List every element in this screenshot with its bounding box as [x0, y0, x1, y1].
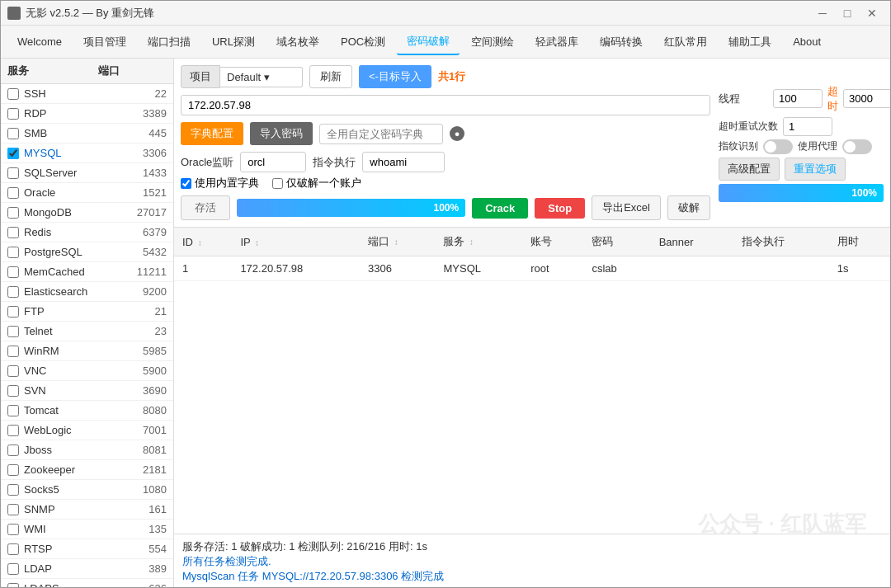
- save-button[interactable]: 存活: [181, 195, 230, 220]
- info-icon[interactable]: ●: [450, 126, 464, 141]
- service-checkbox-sqlserver[interactable]: [7, 167, 19, 179]
- crack-button[interactable]: Crack: [472, 198, 528, 219]
- service-checkbox-postgresql[interactable]: [7, 247, 19, 258]
- target-input[interactable]: [181, 95, 710, 115]
- timeout-input[interactable]: [843, 89, 890, 108]
- menu-item-空间测绘[interactable]: 空间测绘: [461, 30, 524, 54]
- col-header-用时[interactable]: 用时: [829, 228, 890, 256]
- menu-item-轻武器库[interactable]: 轻武器库: [526, 30, 588, 54]
- service-row[interactable]: PostgreSQL5432: [1, 242, 173, 262]
- service-row[interactable]: SMB445: [1, 124, 173, 143]
- menu-item-编码转换[interactable]: 编码转换: [590, 30, 653, 54]
- advanced-button[interactable]: 高级配置: [719, 158, 780, 181]
- menu-item-about[interactable]: About: [783, 31, 831, 53]
- maximize-button[interactable]: □: [836, 4, 859, 22]
- col-header-Banner[interactable]: Banner: [651, 228, 733, 256]
- service-checkbox-ldap[interactable]: [7, 563, 19, 575]
- service-checkbox-wmi[interactable]: [7, 524, 19, 535]
- service-row[interactable]: Tomcat8080: [1, 401, 173, 421]
- col-header-指令执行[interactable]: 指令执行: [733, 228, 829, 256]
- col-header-ID[interactable]: ID ↕: [174, 228, 232, 256]
- service-checkbox-memcached[interactable]: [7, 266, 19, 278]
- service-row[interactable]: Jboss8081: [1, 440, 173, 460]
- service-checkbox-winrm[interactable]: [7, 346, 19, 357]
- close-button[interactable]: ✕: [860, 4, 884, 22]
- service-checkbox-weblogic[interactable]: [7, 425, 19, 436]
- menu-item-域名枚举[interactable]: 域名枚举: [266, 30, 329, 54]
- dict-input[interactable]: [319, 124, 443, 144]
- menu-item-辅助工具[interactable]: 辅助工具: [719, 30, 781, 54]
- service-row[interactable]: Socks51080: [1, 480, 173, 500]
- service-row[interactable]: SNMP161: [1, 500, 173, 520]
- menu-item-项目管理[interactable]: 项目管理: [73, 30, 136, 54]
- service-row[interactable]: Elasticsearch9200: [1, 282, 173, 302]
- use-builtin-checkbox[interactable]: [181, 178, 191, 189]
- project-select[interactable]: Default ▾: [220, 67, 303, 87]
- service-checkbox-svn[interactable]: [7, 385, 19, 397]
- col-header-密码[interactable]: 密码: [583, 228, 650, 256]
- service-row[interactable]: SQLServer1433: [1, 163, 173, 183]
- import-pwd-button[interactable]: 导入密码: [250, 122, 313, 145]
- proxy-toggle[interactable]: [842, 139, 872, 154]
- fingerprint-toggle[interactable]: [763, 139, 793, 154]
- retries-input[interactable]: [783, 117, 832, 136]
- oracle-input[interactable]: [240, 152, 306, 172]
- service-checkbox-ldaps[interactable]: [7, 583, 19, 589]
- menu-item-welcome[interactable]: Welcome: [7, 31, 72, 53]
- stop-button[interactable]: Stop: [535, 198, 585, 219]
- service-row[interactable]: MemCached11211: [1, 262, 173, 282]
- service-checkbox-redis[interactable]: [7, 227, 19, 238]
- col-header-端口[interactable]: 端口 ↕: [360, 228, 435, 256]
- service-checkbox-mysql[interactable]: [7, 148, 19, 159]
- dict-config-button[interactable]: 字典配置: [181, 122, 243, 145]
- export-button[interactable]: 导出Excel: [592, 195, 661, 220]
- cracked-button[interactable]: 破解: [667, 195, 710, 220]
- service-checkbox-ssh[interactable]: [7, 88, 19, 100]
- menu-item-url探测[interactable]: URL探测: [202, 30, 265, 54]
- service-row[interactable]: LDAPS636: [1, 579, 173, 588]
- service-row[interactable]: FTP21: [1, 302, 173, 322]
- service-row[interactable]: SVN3690: [1, 381, 173, 401]
- service-row[interactable]: VNC5900: [1, 361, 173, 381]
- menu-item-红队常用[interactable]: 红队常用: [654, 30, 717, 54]
- service-row[interactable]: Telnet23: [1, 322, 173, 341]
- menu-item-poc检测[interactable]: POC检测: [331, 30, 395, 54]
- service-checkbox-socks5[interactable]: [7, 484, 19, 496]
- refresh-button[interactable]: 刷新: [309, 65, 352, 88]
- service-checkbox-ftp[interactable]: [7, 306, 19, 318]
- service-row[interactable]: SSH22: [1, 84, 173, 104]
- col-header-账号[interactable]: 账号: [522, 228, 583, 256]
- service-row[interactable]: MongoDB27017: [1, 203, 173, 223]
- service-row[interactable]: WinRM5985: [1, 341, 173, 361]
- service-checkbox-rtsp[interactable]: [7, 543, 19, 555]
- service-checkbox-tomcat[interactable]: [7, 405, 19, 416]
- service-checkbox-jboss[interactable]: [7, 445, 19, 456]
- service-checkbox-mongodb[interactable]: [7, 207, 19, 219]
- service-checkbox-oracle[interactable]: [7, 187, 19, 199]
- service-row[interactable]: WMI135: [1, 520, 173, 539]
- service-row[interactable]: RDP3389: [1, 104, 173, 124]
- col-header-服务[interactable]: 服务 ↕: [435, 228, 522, 256]
- cmd-input[interactable]: [362, 152, 445, 172]
- service-row[interactable]: RTSP554: [1, 539, 173, 559]
- reset-button[interactable]: 重置选项: [785, 158, 846, 181]
- service-checkbox-snmp[interactable]: [7, 504, 19, 515]
- col-header-IP[interactable]: IP ↕: [232, 228, 360, 256]
- service-row[interactable]: Zookeeper2181: [1, 460, 173, 480]
- menu-item-端口扫描[interactable]: 端口扫描: [138, 30, 200, 54]
- service-checkbox-smb[interactable]: [7, 128, 19, 139]
- menu-item-密码破解[interactable]: 密码破解: [397, 29, 460, 55]
- target-import-button[interactable]: <-目标导入: [359, 65, 431, 88]
- service-row[interactable]: WebLogic7001: [1, 421, 173, 440]
- service-row[interactable]: Oracle1521: [1, 183, 173, 203]
- service-row[interactable]: Redis6379: [1, 223, 173, 242]
- service-checkbox-rdp[interactable]: [7, 108, 19, 120]
- service-row[interactable]: LDAP389: [1, 559, 173, 579]
- service-checkbox-zookeeper[interactable]: [7, 464, 19, 476]
- service-row[interactable]: MYSQL3306: [1, 143, 173, 163]
- minimize-button[interactable]: ─: [811, 4, 834, 22]
- service-checkbox-telnet[interactable]: [7, 326, 19, 337]
- thread-input[interactable]: [773, 89, 823, 108]
- crack-one-checkbox[interactable]: [272, 178, 283, 189]
- service-checkbox-vnc[interactable]: [7, 365, 19, 377]
